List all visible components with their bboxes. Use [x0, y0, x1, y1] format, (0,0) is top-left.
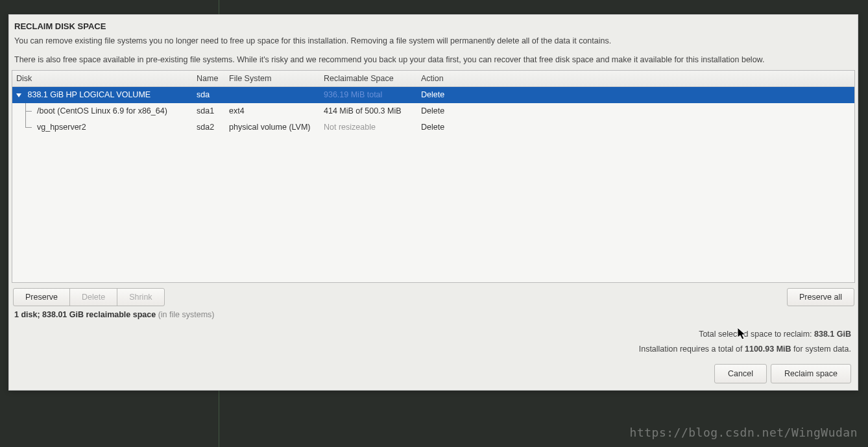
- table-body: 838.1 GiB HP LOGICAL VOLUME sda 936.19 M…: [12, 87, 854, 283]
- reclaim-disk-dialog: RECLAIM DISK SPACE You can remove existi…: [8, 14, 858, 391]
- footer-button-row: Cancel Reclaim space: [9, 359, 858, 390]
- col-header-name[interactable]: Name: [193, 71, 225, 86]
- cell-disk: 838.1 GiB HP LOGICAL VOLUME: [12, 87, 193, 103]
- col-header-disk[interactable]: Disk: [12, 71, 193, 86]
- cell-filesystem: physical volume (LVM): [225, 119, 320, 135]
- tree-branch-icon: [21, 103, 30, 119]
- cell-disk: /boot (CentOS Linux 6.9 for x86_64): [12, 103, 193, 119]
- cell-name: sda: [193, 87, 225, 103]
- partition-label: vg_hpserver2: [30, 123, 86, 132]
- dialog-header: RECLAIM DISK SPACE You can remove existi…: [9, 15, 858, 70]
- table-row[interactable]: 838.1 GiB HP LOGICAL VOLUME sda 936.19 M…: [12, 87, 854, 103]
- dialog-title: RECLAIM DISK SPACE: [14, 21, 852, 31]
- cell-name: sda1: [193, 103, 225, 119]
- cell-filesystem: [225, 91, 320, 98]
- cell-reclaimable: 414 MiB of 500.3 MiB: [320, 103, 417, 119]
- watermark-text: https://blog.csdn.net/WingWudan: [630, 426, 858, 439]
- summary-line: 1 disk; 838.01 GiB reclaimable space (in…: [9, 309, 858, 324]
- reclaim-space-button[interactable]: Reclaim space: [771, 364, 851, 383]
- preserve-button[interactable]: Preserve: [13, 288, 70, 306]
- table-row[interactable]: /boot (CentOS Linux 6.9 for x86_64) sda1…: [12, 103, 854, 119]
- cell-reclaimable: Not resizeable: [320, 119, 417, 135]
- shrink-button: Shrink: [117, 288, 164, 306]
- cell-filesystem: ext4: [225, 103, 320, 119]
- partition-label: /boot (CentOS Linux 6.9 for x86_64): [30, 106, 167, 115]
- table-row[interactable]: vg_hpserver2 sda2 physical volume (LVM) …: [12, 119, 854, 136]
- footer-info: Total selected space to reclaim: 838.1 G…: [9, 324, 858, 359]
- cell-action: Delete: [417, 103, 854, 119]
- preserve-all-button[interactable]: Preserve all: [787, 288, 854, 306]
- cell-action: Delete: [417, 119, 854, 135]
- col-header-filesystem[interactable]: File System: [225, 71, 320, 86]
- col-header-action[interactable]: Action: [417, 71, 854, 86]
- delete-button: Delete: [69, 288, 117, 306]
- col-header-reclaimable[interactable]: Reclaimable Space: [320, 71, 417, 86]
- disk-label: 838.1 GiB HP LOGICAL VOLUME: [27, 90, 151, 99]
- total-selected-line: Total selected space to reclaim: 838.1 G…: [16, 327, 851, 342]
- tree-expand-icon[interactable]: [16, 93, 21, 97]
- dialog-description-2: There is also free space available in pr…: [14, 54, 852, 66]
- cell-name: sda2: [193, 119, 225, 135]
- summary-bold: 1 disk; 838.01 GiB reclaimable space: [14, 310, 156, 319]
- disk-table: Disk Name File System Reclaimable Space …: [12, 70, 855, 284]
- summary-suffix: (in file systems): [156, 310, 214, 319]
- cell-action: Delete: [417, 87, 854, 103]
- cell-reclaimable: 936.19 MiB total: [320, 87, 417, 103]
- install-requires-line: Installation requires a total of 1100.93…: [16, 342, 851, 357]
- tree-branch-icon: [21, 119, 30, 136]
- table-header-row: Disk Name File System Reclaimable Space …: [12, 71, 854, 87]
- dialog-description-1: You can remove existing file systems you…: [14, 35, 852, 47]
- cell-disk: vg_hpserver2: [12, 119, 193, 136]
- cancel-button[interactable]: Cancel: [714, 364, 767, 383]
- action-button-row: Preserve Delete Shrink Preserve all: [9, 283, 858, 309]
